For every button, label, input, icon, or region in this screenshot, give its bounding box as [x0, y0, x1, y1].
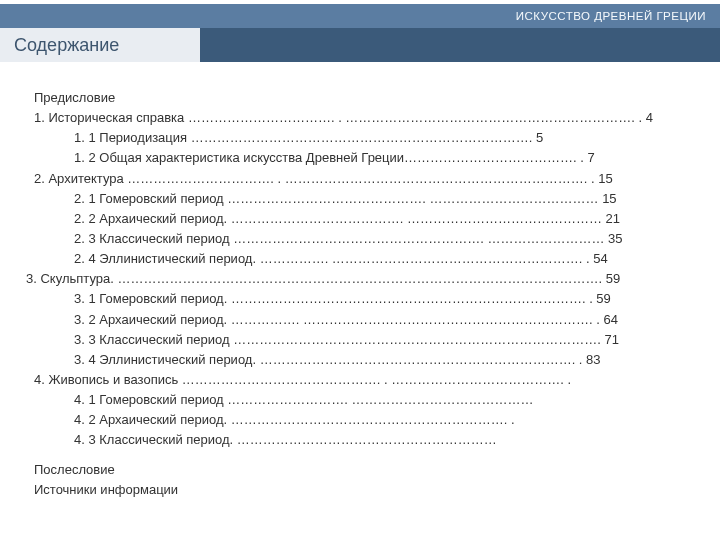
toc-2-1: 2. 1 Гомеровский период ……………………………………….…: [26, 189, 700, 209]
toc-preface: Предисловие: [26, 88, 700, 108]
header-bar: ИСКУССТВО ДРЕВНЕЙ ГРЕЦИИ: [0, 4, 720, 28]
toc-3: 3. Скульптура. ……………………………………………………………………: [26, 269, 700, 289]
toc-4-1: 4. 1 Гомеровский период ………………………. ………………: [26, 390, 700, 410]
toc-4-2: 4. 2 Архаический период. …………………………………………: [26, 410, 700, 430]
toc-3-3: 3. 3 Классический период …………………………………………: [26, 330, 700, 350]
toc-3-2: 3. 2 Архаический период. ……………. ………………………: [26, 310, 700, 330]
afterword: Послесловие: [34, 460, 178, 480]
toc-3-1: 3. 1 Гомеровский период. …………………………………………: [26, 289, 700, 309]
footer-block: Послесловие Источники информации: [34, 460, 178, 500]
page-title: Содержание: [0, 28, 200, 62]
page: ИСКУССТВО ДРЕВНЕЙ ГРЕЦИИ Содержание Пред…: [0, 0, 720, 540]
toc-1-2: 1. 2 Общая характеристика искусства Древ…: [26, 148, 700, 168]
toc-4: 4. Живопись и вазопись ………………………………………. …: [26, 370, 700, 390]
title-row: Содержание: [0, 28, 720, 62]
toc-2-3: 2. 3 Классический период …………………………………………: [26, 229, 700, 249]
toc-2-2: 2. 2 Архаический период. …………………………………. …: [26, 209, 700, 229]
toc: Предисловие 1. Историческая справка ……………: [26, 88, 700, 451]
toc-1-1: 1. 1 Периодизация ……………………………………………………………: [26, 128, 700, 148]
toc-1: 1. Историческая справка ……………………………. . ……: [26, 108, 700, 128]
toc-2-4: 2. 4 Эллинистический период. ……………. ……………: [26, 249, 700, 269]
title-accent: [200, 28, 720, 62]
toc-2: 2. Архитектура ……………………………. . ……………………………: [26, 169, 700, 189]
toc-3-4: 3. 4 Эллинистический период. ………………………………: [26, 350, 700, 370]
header-subject: ИСКУССТВО ДРЕВНЕЙ ГРЕЦИИ: [516, 10, 706, 22]
toc-4-3: 4. 3 Классический период. ………………………………………: [26, 430, 700, 450]
sources: Источники информации: [34, 480, 178, 500]
